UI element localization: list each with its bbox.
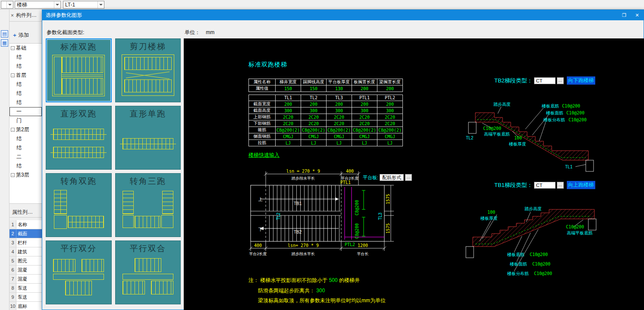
dropdown-arrow-icon[interactable] <box>54 1 60 8</box>
collapse-icon[interactable]: - <box>11 46 15 50</box>
tb1-more-button[interactable]: … <box>557 182 564 189</box>
label-down: 下 <box>258 227 263 232</box>
cell: TL2 <box>301 95 327 101</box>
property-row[interactable]: 5图元 <box>9 256 42 266</box>
cell: TL1 <box>276 95 301 101</box>
tb2-beam-tl1 <box>586 160 594 171</box>
tree-item[interactable]: 结 <box>9 143 42 152</box>
tree-item[interactable]: 结 <box>9 80 42 89</box>
thumb-art <box>120 188 176 233</box>
tree-item[interactable]: 结 <box>9 89 42 98</box>
property-row[interactable]: 6混凝 <box>9 266 42 275</box>
cell: 2C20 <box>327 114 352 120</box>
caption-bottom-platform: 平台长 <box>357 252 369 256</box>
cell: 200 <box>377 101 403 108</box>
tb2-more-button[interactable]: … <box>557 77 564 84</box>
property-row-selected[interactable]: 2截面 <box>9 229 42 238</box>
dim-platform2: 400 <box>346 169 354 174</box>
dim-flight-width-top: 1575 <box>386 194 390 204</box>
collapse-icon[interactable]: - <box>11 173 15 177</box>
tree-item[interactable]: 门 <box>9 116 42 125</box>
property-row[interactable]: 4建筑 <box>9 247 42 256</box>
component-name-combo[interactable]: LT-1 <box>63 1 104 9</box>
thumb-art <box>120 256 176 301</box>
cell: 300 <box>276 108 301 114</box>
cell: LJ <box>352 140 377 146</box>
property-row[interactable]: 3栏杆 <box>9 238 42 247</box>
property-row[interactable]: 9泵送 <box>9 293 42 302</box>
collapse-icon[interactable]: - <box>11 73 15 77</box>
note-line-1: 注： 楼梯水平投影面积不扣除小于 500 的楼梯井 <box>248 277 360 284</box>
row-label: 泵送 <box>16 284 42 292</box>
cell: 踢脚线高度 <box>301 79 327 85</box>
cell: 150 <box>301 85 327 92</box>
tree-item[interactable]: -基础 <box>9 44 42 53</box>
tree-item[interactable]: -第2层 <box>9 125 42 134</box>
unit-label: 单位： mm <box>185 29 214 36</box>
tb1-highend-label: 高端平板底筋 <box>567 231 593 235</box>
dialog-title: 选择参数化图形 <box>46 12 82 19</box>
list-view-icon[interactable]: ▤ <box>1 30 8 38</box>
tree-item[interactable]: 结 <box>9 134 42 143</box>
tb2-step-height-label: 踏步高度 <box>493 102 511 107</box>
thumb-scissor-stair[interactable]: 剪刀楼梯 <box>115 38 181 102</box>
rebar-style-input[interactable]: 配筋形式 <box>380 174 404 181</box>
close-icon[interactable]: ✕ <box>631 10 644 20</box>
cell: LJ <box>327 140 352 146</box>
tree-item[interactable]: -首层 <box>9 71 42 80</box>
row-number: 4 <box>9 247 16 256</box>
thumb-parallel-double-merge[interactable]: 平行双合 <box>115 240 181 304</box>
tb1-type-input[interactable]: CT <box>534 182 556 189</box>
tb2-type-input[interactable]: CT <box>534 77 556 84</box>
property-row[interactable]: 1名称 <box>9 220 42 229</box>
label-ptl2: PTL2 <box>345 242 355 247</box>
tree-item[interactable]: 结 <box>9 62 42 71</box>
thumb-corner-triple-run[interactable]: 转角三跑 <box>115 173 181 237</box>
property-list-tab[interactable]: 属性列… <box>9 207 42 218</box>
property-row[interactable]: 7混凝 <box>9 275 42 284</box>
stair-quick-input-link[interactable]: 楼梯快速输入 <box>248 152 280 159</box>
note2-value: 300 <box>316 288 325 294</box>
tree-item-label: 结 <box>16 144 22 152</box>
cell: C8@200(2) <box>327 127 352 133</box>
property-row[interactable]: 10底标 <box>9 302 42 310</box>
thumb-standard-double-run[interactable]: 标准双跑 <box>46 38 112 102</box>
tree-item[interactable]: 结 <box>9 161 42 171</box>
dropdown-arrow-icon[interactable] <box>97 1 104 8</box>
cell: CMGJ <box>352 133 377 140</box>
cell: 130 <box>327 85 352 92</box>
blank-combo[interactable] <box>1 1 13 9</box>
tree-item[interactable]: -第3层 <box>9 171 42 180</box>
tree-item[interactable]: 二 <box>9 152 42 161</box>
grid-view-icon[interactable]: ▦ <box>1 39 8 47</box>
property-grid: 1名称 2截面 3栏杆 4建筑 5图元 6混凝 7混凝 8泵送 9泵送 10底标 <box>9 220 42 310</box>
component-panel: × 构件列… ＋ 添加 -基础 结 结 -首层 结 结 结 一 门 -第2层 结… <box>9 9 42 310</box>
dropdown-arrow-icon[interactable] <box>6 1 13 8</box>
cell: 2C20 <box>352 120 377 127</box>
restore-icon[interactable]: ❐ <box>618 10 631 20</box>
tb2-beam-tl2 <box>468 122 476 133</box>
cell: 150 <box>276 85 301 92</box>
cell: 2C20 <box>377 114 403 120</box>
dim-bottom-run: lsn= 270 * 9 <box>288 243 319 248</box>
component-list-tab[interactable]: × 构件列… <box>9 9 42 22</box>
property-row[interactable]: 8泵送 <box>9 284 42 293</box>
tree-item[interactable]: 结 <box>9 53 42 62</box>
tree-item-selected[interactable]: 一 <box>9 107 42 116</box>
add-component-button[interactable]: ＋ 添加 <box>9 30 42 40</box>
panel-close-icon[interactable]: × <box>11 13 14 19</box>
platform-slab-row: 平台板: 配筋形式 … <box>363 174 412 181</box>
thumb-straight-single-run[interactable]: 直形单跑 <box>115 106 181 170</box>
tree-item-label: 结 <box>16 63 22 70</box>
collapse-icon[interactable]: - <box>11 128 15 132</box>
dialog-titlebar[interactable]: 选择参数化图形 ❐ ✕ <box>42 10 644 20</box>
tree-item[interactable]: 结 <box>9 98 42 107</box>
thumb-corner-double-run[interactable]: 转角双跑 <box>46 173 112 237</box>
component-type-combo[interactable]: 楼梯 <box>15 1 61 9</box>
cell: 300 <box>301 108 327 114</box>
label-tb2: TB2 <box>294 230 302 234</box>
rebar-style-more-button[interactable]: … <box>405 174 412 181</box>
thumb-parallel-double-split[interactable]: 平行双分 <box>46 240 112 304</box>
tb1-slab-bottom-label: 楼板底筋 <box>507 252 525 257</box>
thumb-straight-double-run[interactable]: 直形双跑 <box>46 106 112 170</box>
